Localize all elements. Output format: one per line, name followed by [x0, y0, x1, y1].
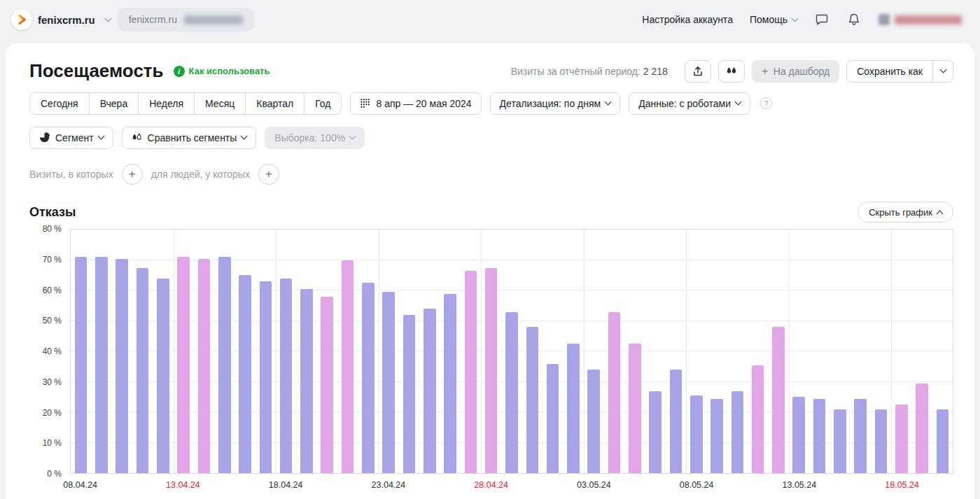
- add-visit-filter-button[interactable]: +: [122, 164, 143, 185]
- chart-bar[interactable]: [690, 395, 703, 473]
- y-tick-label: 30 %: [43, 377, 62, 387]
- chart-bar[interactable]: [629, 344, 641, 473]
- chart-bar[interactable]: [834, 409, 846, 473]
- chart-bar[interactable]: [526, 327, 539, 473]
- chart-bar[interactable]: [772, 327, 785, 473]
- filters-row-conditions: Визиты, в которых + для людей, у которых…: [29, 164, 953, 185]
- chart-bar[interactable]: [157, 279, 169, 473]
- chart-bar[interactable]: [321, 297, 333, 473]
- save-as-dropdown-button[interactable]: [932, 60, 953, 83]
- date-range-label: 8 апр — 20 мая 2024: [376, 98, 471, 109]
- counter-pill-label: fenixcrm.ru: [129, 14, 177, 25]
- v-gridline: [174, 230, 174, 473]
- period-tab-2[interactable]: Вчера: [89, 92, 139, 115]
- counter-switcher[interactable]: fenixcrm.ru: [11, 9, 111, 30]
- sampling-label: Выборка: 100%: [274, 132, 345, 143]
- save-as-button[interactable]: Сохранить как: [846, 60, 933, 83]
- export-button[interactable]: [685, 60, 711, 83]
- chart-bar[interactable]: [280, 279, 293, 473]
- detalization-label: Детализация: по дням: [500, 98, 601, 109]
- report-card: Посещаемость i Как использовать Визиты з…: [6, 43, 974, 499]
- chart-bar[interactable]: [649, 391, 662, 473]
- chevron-down-icon: [605, 99, 612, 106]
- detalization-button[interactable]: Детализация: по дням: [490, 92, 621, 115]
- compare-segments-button[interactable]: Сравнить сегменты: [122, 127, 257, 149]
- chart-bar[interactable]: [813, 399, 826, 474]
- period-tab-4[interactable]: Месяц: [194, 92, 246, 115]
- chart-bar[interactable]: [937, 409, 949, 473]
- quick-segments-button[interactable]: [718, 60, 745, 83]
- chart-bar[interactable]: [587, 370, 600, 473]
- chart-bar[interactable]: [875, 409, 888, 473]
- chart-bar[interactable]: [854, 399, 867, 474]
- add-to-dashboard-button[interactable]: + На дашборд: [752, 60, 839, 83]
- help-menu-label: Помощь: [750, 14, 788, 25]
- chart-bar[interactable]: [136, 268, 149, 473]
- period-tab-1[interactable]: Сегодня: [29, 92, 90, 115]
- chart-bar[interactable]: [916, 384, 928, 473]
- chevron-up-icon: [937, 210, 944, 217]
- chart-bar[interactable]: [115, 259, 128, 473]
- chart-bar[interactable]: [95, 257, 108, 473]
- chart-bar[interactable]: [485, 268, 498, 473]
- chart-bar[interactable]: [567, 344, 580, 473]
- period-tab-6[interactable]: Год: [304, 92, 342, 115]
- y-tick-label: 40 %: [43, 346, 62, 356]
- chart-bar[interactable]: [895, 405, 908, 473]
- sampling-button[interactable]: Выборка: 100%: [265, 127, 365, 149]
- v-gridline: [379, 230, 379, 473]
- date-range-button[interactable]: 8 апр — 20 мая 2024: [350, 92, 481, 115]
- chart-bar[interactable]: [177, 257, 190, 473]
- y-tick-label: 60 %: [43, 286, 62, 295]
- chart-bar[interactable]: [792, 397, 805, 473]
- chart-bar[interactable]: [424, 309, 436, 473]
- x-tick-label: 28.04.24: [474, 480, 508, 490]
- y-axis: 80 %70 %60 %50 %40 %30 %20 %10 %0 %: [29, 229, 70, 474]
- chart-bar[interactable]: [547, 364, 559, 474]
- chart-bar[interactable]: [300, 289, 313, 473]
- chart-bar[interactable]: [608, 312, 621, 473]
- chart-bar[interactable]: [732, 391, 744, 473]
- chart-bar[interactable]: [75, 257, 88, 473]
- chart-bar[interactable]: [710, 399, 723, 474]
- chart-bar[interactable]: [752, 365, 764, 473]
- bell-icon[interactable]: [846, 12, 862, 27]
- add-people-filter-button[interactable]: +: [258, 164, 279, 185]
- chart-bar[interactable]: [444, 294, 456, 474]
- help-circle-icon[interactable]: ?: [760, 97, 772, 109]
- user-menu[interactable]: [878, 14, 962, 25]
- chart-bar[interactable]: [403, 315, 416, 473]
- x-axis: 08.04.2413.04.2418.04.2423.04.2428.04.24…: [70, 474, 953, 493]
- visits-summary: Визиты за отчётный период: 2 218: [511, 66, 668, 77]
- help-menu[interactable]: Помощь: [750, 14, 797, 25]
- pie-icon: [39, 132, 50, 143]
- v-gridline: [891, 230, 892, 473]
- how-to-use-link[interactable]: i Как использовать: [174, 66, 270, 77]
- chart-bar[interactable]: [382, 292, 395, 473]
- chevron-down-icon: [939, 66, 946, 73]
- chart-bar[interactable]: [198, 259, 211, 473]
- counter-pill[interactable]: fenixcrm.ru: [118, 8, 254, 31]
- people-filter-label: для людей, у которых: [151, 169, 250, 180]
- chart-bar[interactable]: [465, 271, 477, 473]
- redacted-user-login: [895, 15, 962, 24]
- filters-row-segments: Сегмент Сравнить сегменты Выборка: 100%: [29, 127, 953, 149]
- period-tab-5[interactable]: Квартал: [245, 92, 304, 115]
- chart-bar[interactable]: [670, 370, 682, 473]
- topbar: fenixcrm.ru fenixcrm.ru Настройка аккаун…: [0, 0, 980, 39]
- chart-bar[interactable]: [260, 281, 272, 473]
- filters-row-periods: СегодняВчераНеделяМесяцКварталГод 8 апр …: [29, 92, 953, 115]
- data-mode-button[interactable]: Данные: с роботами: [629, 92, 750, 115]
- chart-bar[interactable]: [218, 257, 231, 473]
- hide-chart-button[interactable]: Скрыть график: [858, 202, 953, 223]
- chart-bar[interactable]: [342, 260, 354, 473]
- account-settings-link[interactable]: Настройка аккаунта: [642, 14, 733, 25]
- chart-bar[interactable]: [505, 312, 518, 473]
- visits-filter-label: Визиты, в которых: [29, 169, 113, 180]
- period-tab-3[interactable]: Неделя: [138, 92, 195, 115]
- chart-bar[interactable]: [362, 283, 374, 473]
- chat-icon[interactable]: [814, 12, 830, 27]
- chart-bar[interactable]: [239, 275, 251, 473]
- report-header: Посещаемость i Как использовать Визиты з…: [29, 57, 953, 85]
- segment-button[interactable]: Сегмент: [29, 127, 113, 149]
